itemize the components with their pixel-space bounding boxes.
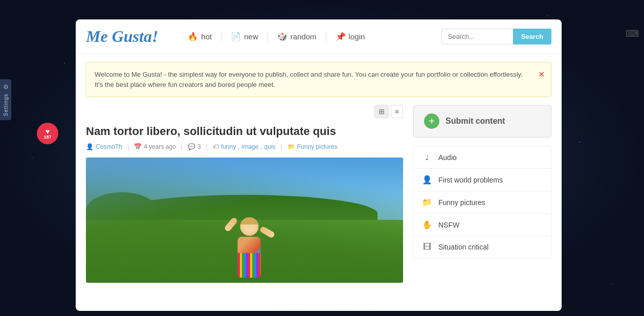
sidebar: + Submit content ♩ Audio 👤 First world p… xyxy=(413,105,551,283)
search-area: Search xyxy=(441,29,551,44)
hot-icon: 🔥 xyxy=(188,32,198,41)
funny-icon: 📁 xyxy=(422,197,432,207)
nav-label-login: login xyxy=(349,32,365,41)
nsfw-icon: ✋ xyxy=(422,220,432,230)
date-meta: 📅 4 years ago xyxy=(134,143,176,150)
tags-meta: 🏷 funny, image, quis xyxy=(213,143,276,150)
submit-label: Submit content xyxy=(446,117,505,126)
meta-divider-2: | xyxy=(181,143,183,150)
audio-icon: ♩ xyxy=(422,152,432,162)
category-item-nsfw[interactable]: ✋ NSFW xyxy=(414,214,551,236)
keyboard-icon: ⌨ xyxy=(626,28,639,39)
new-icon: 📄 xyxy=(231,32,241,41)
post-date: 4 years ago xyxy=(144,143,176,150)
post-title: Nam tortor libero, sollicitudin ut vulpu… xyxy=(86,124,403,139)
header: Me Gusta! 🔥 hot 📄 new 🎲 random 📌 login S… xyxy=(76,19,562,54)
main-post: ⊞ ≡ Nam tortor libero, sollicitudin ut v… xyxy=(86,105,403,283)
tag-quis[interactable]: quis xyxy=(264,143,276,150)
post-image xyxy=(86,157,403,283)
heart-badge[interactable]: ♥ 187 xyxy=(37,123,58,144)
content-area: ⊞ ≡ Nam tortor libero, sollicitudin ut v… xyxy=(76,105,562,293)
category-label-situation: Situation critical xyxy=(438,243,488,251)
settings-label: Settings xyxy=(3,94,9,116)
nav-item-new[interactable]: 📄 new xyxy=(221,32,268,41)
category-list: ♩ Audio 👤 First world problems 📁 Funny p… xyxy=(413,146,551,258)
post-meta: 👤 CosmoTh | 📅 4 years ago | 💬 3 | 🏷 funn… xyxy=(86,143,403,150)
meta-divider-4: | xyxy=(281,143,282,150)
nav-item-hot[interactable]: 🔥 hot xyxy=(179,32,221,41)
category-label-audio: Audio xyxy=(438,153,457,162)
person-figure xyxy=(238,237,261,278)
list-view-button[interactable]: ≡ xyxy=(391,105,403,118)
category-item-first-world-problems[interactable]: 👤 First world problems xyxy=(414,169,551,191)
plus-icon: + xyxy=(424,114,439,129)
category-meta: 📁 Funny pictures xyxy=(287,143,338,150)
nav-label-new: new xyxy=(244,32,258,41)
category-item-audio[interactable]: ♩ Audio xyxy=(414,146,551,169)
nav-label-random: random xyxy=(291,32,317,41)
heart-count: 187 xyxy=(43,135,51,140)
person-body xyxy=(238,237,261,278)
settings-panel[interactable]: ⚙ Settings xyxy=(0,79,11,120)
folder-icon: 📁 xyxy=(287,143,295,150)
comment-icon: 💬 xyxy=(188,143,195,150)
nav-label-hot: hot xyxy=(201,32,212,41)
view-toggle: ⊞ ≡ xyxy=(86,105,403,118)
main-container: Me Gusta! 🔥 hot 📄 new 🎲 random 📌 login S… xyxy=(76,19,562,311)
post-author[interactable]: CosmoTh xyxy=(96,143,122,150)
meta-divider-3: | xyxy=(206,143,208,150)
submit-content-button[interactable]: + Submit content xyxy=(413,105,551,138)
comments-meta: 💬 3 xyxy=(188,143,201,150)
person-head xyxy=(240,217,258,236)
situation-icon: 🎞 xyxy=(422,242,432,252)
category-label-nsfw: NSFW xyxy=(438,221,459,229)
user-icon: 👤 xyxy=(86,143,94,150)
category-item-funny-pictures[interactable]: 📁 Funny pictures xyxy=(414,191,551,214)
heart-icon: ♥ xyxy=(46,128,50,135)
random-icon: 🎲 xyxy=(277,32,287,41)
nav-item-random[interactable]: 🎲 random xyxy=(268,32,326,41)
author-meta: 👤 CosmoTh xyxy=(86,143,122,150)
search-input[interactable] xyxy=(441,29,513,44)
close-icon[interactable]: ✕ xyxy=(538,69,545,81)
category-label-fwp: First world problems xyxy=(438,176,503,184)
calendar-icon: 📅 xyxy=(134,143,142,150)
colorful-sleeve xyxy=(238,253,261,278)
gear-icon: ⚙ xyxy=(3,83,9,91)
search-button[interactable]: Search xyxy=(513,29,551,44)
tag-icon: 🏷 xyxy=(213,143,219,150)
tag-image[interactable]: image xyxy=(242,143,259,150)
site-logo[interactable]: Me Gusta! xyxy=(86,27,158,46)
nav-item-login[interactable]: 📌 login xyxy=(326,32,374,41)
category-item-situation-critical[interactable]: 🎞 Situation critical xyxy=(414,236,551,258)
person-hair xyxy=(240,217,258,224)
main-nav: 🔥 hot 📄 new 🎲 random 📌 login xyxy=(179,32,426,41)
welcome-banner: Welcome to Me Gusta! - the simplest way … xyxy=(86,62,551,97)
welcome-text: Welcome to Me Gusta! - the simplest way … xyxy=(95,71,523,88)
login-icon: 📌 xyxy=(336,32,346,41)
grid-view-button[interactable]: ⊞ xyxy=(374,105,389,118)
post-comments: 3 xyxy=(197,143,201,150)
post-category[interactable]: Funny pictures xyxy=(297,143,338,150)
meta-divider-1: | xyxy=(127,143,129,150)
tag-funny[interactable]: funny xyxy=(221,143,236,150)
first-world-icon: 👤 xyxy=(422,175,432,185)
category-label-funny: Funny pictures xyxy=(438,198,485,207)
